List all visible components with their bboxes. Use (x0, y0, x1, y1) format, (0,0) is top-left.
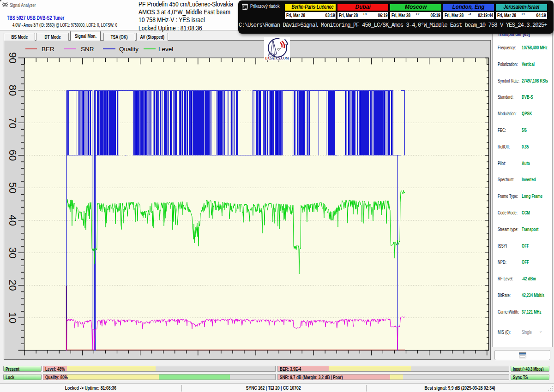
svg-text:BER: BER (42, 46, 54, 53)
svg-text:20: 20 (7, 279, 18, 291)
svg-text:70: 70 (7, 117, 18, 128)
svg-text:60: 60 (7, 150, 18, 161)
svg-text:50: 50 (7, 182, 18, 193)
svg-text:10: 10 (7, 312, 18, 323)
svg-text:DXSATCS.COM: DXSATCS.COM (265, 56, 289, 60)
svg-text:Quality: Quality (119, 46, 138, 53)
svg-text:90: 90 (7, 52, 18, 63)
svg-text:80: 80 (7, 85, 18, 96)
svg-text:40: 40 (7, 214, 18, 226)
svg-text:30: 30 (7, 247, 18, 258)
svg-text:SNR: SNR (81, 46, 94, 53)
svg-text:Level: Level (158, 46, 173, 53)
